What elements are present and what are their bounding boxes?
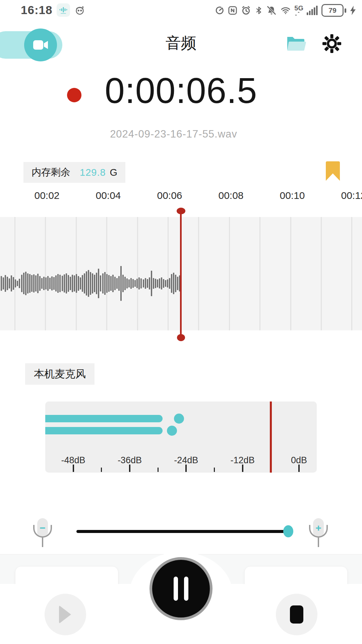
charging-bolt-icon	[349, 5, 357, 15]
waveform-bar	[161, 277, 162, 289]
waveform-bar	[37, 274, 39, 293]
waveform-gridline	[290, 217, 291, 330]
play-icon	[58, 605, 72, 624]
gear-icon	[322, 34, 342, 55]
waveform-bar	[151, 271, 152, 296]
waveform-bar	[33, 274, 35, 292]
db-scale-major-tick	[129, 465, 130, 472]
data-saver-icon	[215, 5, 225, 15]
pause-button[interactable]	[149, 557, 213, 620]
plus-icon: +	[307, 522, 330, 534]
mic-gain-slider-track[interactable]	[76, 530, 287, 533]
waveform-bar	[27, 273, 28, 293]
waveform-bar	[140, 278, 142, 288]
folder-open-icon	[285, 34, 306, 54]
waveform-bar	[55, 275, 57, 291]
waveform-bar	[171, 274, 172, 293]
stop-button[interactable]	[276, 594, 317, 635]
waveform-bar	[25, 272, 26, 295]
bookmark-button[interactable]	[326, 161, 340, 182]
waveform-bar	[147, 279, 148, 288]
waveform-bar	[88, 270, 89, 297]
waveform-bar	[35, 275, 37, 291]
waveform-bar	[102, 273, 104, 293]
db-scale-label: -36dB	[110, 455, 150, 466]
waveform-bar	[70, 277, 71, 290]
waveform-bar	[165, 280, 166, 287]
mic-source-chip[interactable]: 本机麦克风	[25, 363, 95, 385]
waveform-gridline	[168, 217, 169, 330]
level-meter-limit-line	[270, 401, 272, 473]
waveform-bar	[159, 278, 160, 288]
pause-icon	[174, 577, 178, 601]
level-meter-peak-dot	[167, 426, 177, 436]
recording-filename: 2024-09-23-16-17-55.wav	[0, 128, 347, 140]
play-button[interactable]	[45, 594, 86, 635]
waveform-bar	[106, 274, 108, 293]
waveform-bar	[108, 275, 110, 292]
waveform-bar	[43, 277, 45, 290]
waveform-gridline	[229, 217, 230, 330]
waveform-bar	[175, 275, 176, 292]
waveform-bar	[62, 276, 63, 291]
waveform-bar	[143, 279, 144, 287]
mic-gain-slider-thumb[interactable]	[283, 525, 293, 537]
settings-button[interactable]	[321, 34, 343, 55]
timeline-label: 00:08	[213, 190, 249, 201]
microphone-stem	[318, 538, 319, 547]
waveform-bar	[66, 273, 67, 293]
waveform-bar	[84, 273, 85, 293]
pause-icon	[184, 577, 188, 601]
db-scale-label: -48dB	[53, 455, 94, 466]
transport-bar	[0, 554, 362, 644]
mic-gain-increase-button[interactable]: +	[307, 518, 330, 552]
level-meter-bar	[45, 415, 163, 422]
nfc-icon	[228, 5, 238, 15]
waveform-gridline	[14, 217, 15, 330]
waveform-bar	[128, 279, 130, 287]
waveform-bar	[136, 279, 138, 288]
playhead-handle-bottom[interactable]	[177, 334, 185, 341]
waveform-gridline	[106, 217, 107, 330]
waveform-bar	[59, 275, 61, 292]
level-meter-peak-dot	[174, 414, 184, 424]
waveform-bar	[5, 275, 6, 292]
waveform-bar	[167, 279, 168, 287]
waveform-bar	[21, 275, 22, 292]
minus-icon: −	[31, 522, 54, 534]
mic-gain-decrease-button[interactable]: −	[31, 518, 54, 552]
storage-unit: G	[110, 167, 118, 178]
waveform-bar	[124, 277, 126, 290]
waveform-bar	[17, 281, 18, 286]
network-label: 5G	[294, 5, 303, 11]
waveform-bar	[74, 275, 75, 291]
waveform-bar	[15, 279, 16, 287]
db-scale-major-tick	[73, 465, 74, 472]
waveform-bar	[31, 275, 33, 292]
waveform-bar	[82, 275, 83, 292]
playhead-handle-top[interactable]	[177, 208, 185, 214]
waveform-bar	[92, 273, 93, 293]
waveform-bar	[153, 278, 154, 289]
db-scale-label: 0dB	[279, 455, 317, 466]
waveform-bar	[114, 277, 116, 290]
waveform-bar	[104, 272, 106, 295]
waveform-bar	[76, 274, 77, 293]
waveform-gridline	[137, 217, 138, 330]
waveform-gridline	[45, 217, 46, 330]
waveform-bar	[47, 276, 49, 291]
recording-timer: 0:00:06.5	[50, 70, 312, 111]
waveform-bar	[80, 277, 81, 289]
waveform-bar	[64, 274, 65, 292]
waveform-bar	[19, 279, 20, 288]
assistant-robot-icon	[74, 4, 85, 16]
waveform-gridline	[259, 217, 260, 330]
storage-value: 129.8	[80, 167, 106, 178]
battery-icon: 79	[321, 4, 346, 17]
playhead-line[interactable]	[180, 209, 182, 337]
waveform-bar	[149, 277, 150, 289]
timeline-ruler: 00:0200:0400:0600:0800:1000:12	[0, 190, 362, 205]
waveform-bar	[126, 278, 128, 288]
waveform-bar	[134, 280, 136, 287]
recordings-folder-button[interactable]	[285, 34, 306, 55]
